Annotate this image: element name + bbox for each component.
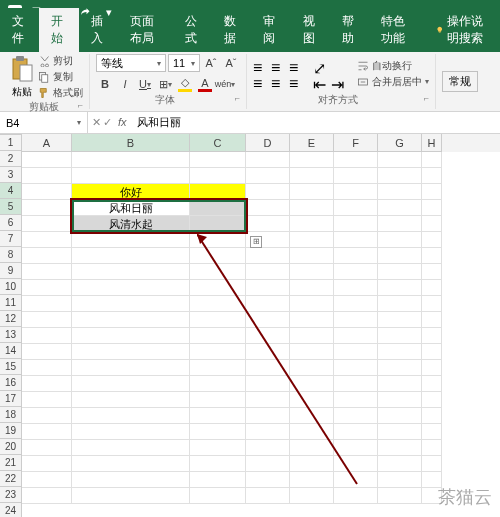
cell-G10[interactable] xyxy=(378,296,422,312)
tell-me-search[interactable]: 操作说明搜索 xyxy=(424,8,500,52)
cell-A2[interactable] xyxy=(22,168,72,184)
tab-layout[interactable]: 页面布局 xyxy=(118,8,173,52)
italic-button[interactable]: I xyxy=(116,75,134,93)
cell-G17[interactable] xyxy=(378,408,422,424)
cell-D9[interactable] xyxy=(246,280,290,296)
cell-A8[interactable] xyxy=(22,264,72,280)
cell-B8[interactable] xyxy=(72,264,190,280)
align-top-button[interactable]: ≡ xyxy=(253,59,269,73)
cell-A3[interactable] xyxy=(22,184,72,200)
cell-E17[interactable] xyxy=(290,408,334,424)
cell-G20[interactable] xyxy=(378,456,422,472)
cell-C6[interactable] xyxy=(190,232,246,248)
cell-A12[interactable] xyxy=(22,328,72,344)
increase-indent-button[interactable]: ⇥ xyxy=(331,75,347,89)
cell-G13[interactable] xyxy=(378,344,422,360)
row-header-20[interactable]: 20 xyxy=(0,439,22,455)
col-header-F[interactable]: F xyxy=(334,134,378,152)
cell-C14[interactable] xyxy=(190,360,246,376)
tab-data[interactable]: 数据 xyxy=(212,8,251,52)
copy-button[interactable]: 复制 xyxy=(38,70,83,84)
cell-A4[interactable] xyxy=(22,200,72,216)
bold-button[interactable]: B xyxy=(96,75,114,93)
cell-H10[interactable] xyxy=(422,296,442,312)
orientation-button[interactable]: ⤢ xyxy=(313,59,329,73)
cell-D3[interactable] xyxy=(246,184,290,200)
cell-F12[interactable] xyxy=(334,328,378,344)
cell-H2[interactable] xyxy=(422,168,442,184)
cell-E9[interactable] xyxy=(290,280,334,296)
row-header-6[interactable]: 6 xyxy=(0,215,22,231)
cell-E7[interactable] xyxy=(290,248,334,264)
cell-E21[interactable] xyxy=(290,472,334,488)
align-right-button[interactable]: ≡ xyxy=(289,75,305,89)
cell-A11[interactable] xyxy=(22,312,72,328)
row-header-14[interactable]: 14 xyxy=(0,343,22,359)
cell-B13[interactable] xyxy=(72,344,190,360)
row-header-4[interactable]: 4 xyxy=(0,183,22,199)
row-header-8[interactable]: 8 xyxy=(0,247,22,263)
cell-D21[interactable] xyxy=(246,472,290,488)
cell-E5[interactable] xyxy=(290,216,334,232)
cell-D8[interactable] xyxy=(246,264,290,280)
align-bottom-button[interactable]: ≡ xyxy=(289,59,305,73)
increase-font-button[interactable]: Aˆ xyxy=(202,54,220,72)
cell-A22[interactable] xyxy=(22,488,72,504)
cell-F11[interactable] xyxy=(334,312,378,328)
cell-A15[interactable] xyxy=(22,376,72,392)
cell-C12[interactable] xyxy=(190,328,246,344)
cell-G3[interactable] xyxy=(378,184,422,200)
cell-H4[interactable] xyxy=(422,200,442,216)
row-header-13[interactable]: 13 xyxy=(0,327,22,343)
cell-H9[interactable] xyxy=(422,280,442,296)
align-middle-button[interactable]: ≡ xyxy=(271,59,287,73)
row-header-21[interactable]: 21 xyxy=(0,455,22,471)
cell-G8[interactable] xyxy=(378,264,422,280)
cell-C21[interactable] xyxy=(190,472,246,488)
cell-E16[interactable] xyxy=(290,392,334,408)
row-header-5[interactable]: 5 xyxy=(0,199,22,215)
cell-D7[interactable] xyxy=(246,248,290,264)
cell-A1[interactable] xyxy=(22,152,72,168)
cell-G18[interactable] xyxy=(378,424,422,440)
cell-H7[interactable] xyxy=(422,248,442,264)
tab-formulas[interactable]: 公式 xyxy=(173,8,212,52)
border-button[interactable]: ⊞▾ xyxy=(156,75,174,93)
row-header-3[interactable]: 3 xyxy=(0,167,22,183)
cell-F17[interactable] xyxy=(334,408,378,424)
tab-view[interactable]: 视图 xyxy=(291,8,330,52)
cell-H3[interactable] xyxy=(422,184,442,200)
cell-H16[interactable] xyxy=(422,392,442,408)
cell-A16[interactable] xyxy=(22,392,72,408)
cell-A19[interactable] xyxy=(22,440,72,456)
cell-B4[interactable]: 风和日丽 xyxy=(72,200,190,216)
cell-H15[interactable] xyxy=(422,376,442,392)
cell-F10[interactable] xyxy=(334,296,378,312)
cell-H20[interactable] xyxy=(422,456,442,472)
cell-B12[interactable] xyxy=(72,328,190,344)
cell-C1[interactable] xyxy=(190,152,246,168)
cell-F16[interactable] xyxy=(334,392,378,408)
decrease-font-button[interactable]: Aˇ xyxy=(222,54,240,72)
cell-F2[interactable] xyxy=(334,168,378,184)
align-left-button[interactable]: ≡ xyxy=(253,75,269,89)
row-header-10[interactable]: 10 xyxy=(0,279,22,295)
cell-E18[interactable] xyxy=(290,424,334,440)
cell-D16[interactable] xyxy=(246,392,290,408)
cell-H8[interactable] xyxy=(422,264,442,280)
align-center-button[interactable]: ≡ xyxy=(271,75,287,89)
cell-E2[interactable] xyxy=(290,168,334,184)
cell-B16[interactable] xyxy=(72,392,190,408)
row-header-12[interactable]: 12 xyxy=(0,311,22,327)
cell-E3[interactable] xyxy=(290,184,334,200)
cell-B1[interactable] xyxy=(72,152,190,168)
cell-C9[interactable] xyxy=(190,280,246,296)
cell-F18[interactable] xyxy=(334,424,378,440)
cell-G6[interactable] xyxy=(378,232,422,248)
cell-B19[interactable] xyxy=(72,440,190,456)
tab-special[interactable]: 特色功能 xyxy=(369,8,424,52)
cell-E6[interactable] xyxy=(290,232,334,248)
cell-D10[interactable] xyxy=(246,296,290,312)
cell-C2[interactable] xyxy=(190,168,246,184)
row-header-16[interactable]: 16 xyxy=(0,375,22,391)
